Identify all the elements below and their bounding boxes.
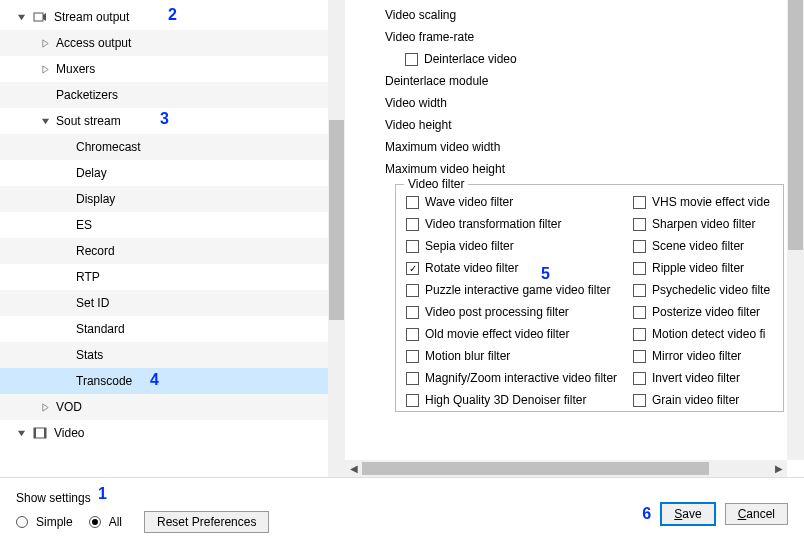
- filter-label: Scene video filter: [652, 239, 744, 253]
- tree-item-stream-output[interactable]: Stream output 2: [0, 4, 345, 30]
- tree-item-transcode[interactable]: Transcode 4: [0, 368, 345, 394]
- checkbox-icon: [633, 262, 646, 275]
- filter-checkbox[interactable]: Old movie effect video filter: [396, 323, 623, 345]
- checkbox-icon: [633, 350, 646, 363]
- filter-label: Psychedelic video filte: [652, 283, 770, 297]
- scrollbar-thumb[interactable]: [362, 462, 709, 475]
- filter-checkbox[interactable]: Video post processing filter: [396, 301, 623, 323]
- tree-item-rtp[interactable]: RTP: [0, 264, 345, 290]
- tree-item-access-output[interactable]: Access output: [0, 30, 345, 56]
- scrollbar-thumb[interactable]: [329, 120, 344, 320]
- filter-label: Grain video filter: [652, 393, 739, 407]
- label: Deinterlace module: [385, 74, 488, 88]
- save-button[interactable]: Save: [661, 503, 714, 525]
- settings-hscrollbar[interactable]: ◀ ▶: [345, 460, 787, 477]
- checkbox-icon: ✓: [406, 262, 419, 275]
- checkbox-icon: [633, 240, 646, 253]
- filter-checkbox[interactable]: Wave video filter: [396, 191, 623, 213]
- tree-item-display[interactable]: Display: [0, 186, 345, 212]
- tree-label: Chromecast: [76, 140, 345, 154]
- filter-checkbox[interactable]: Magnify/Zoom interactive video filter: [396, 367, 623, 389]
- filter-label: Rotate video filter: [425, 261, 518, 275]
- video-filter-fieldset: Video filter Wave video filterVideo tran…: [395, 184, 784, 412]
- filter-label: Sepia video filter: [425, 239, 514, 253]
- stream-output-icon: [32, 9, 48, 25]
- scroll-left-icon[interactable]: ◀: [345, 460, 362, 477]
- filter-checkbox[interactable]: Puzzle interactive game video filter: [396, 279, 623, 301]
- checkbox-icon: [633, 328, 646, 341]
- filter-checkbox[interactable]: Motion detect video fi: [623, 323, 783, 345]
- tree-item-chromecast[interactable]: Chromecast: [0, 134, 345, 160]
- label: Video height: [385, 118, 452, 132]
- tree-item-delay[interactable]: Delay: [0, 160, 345, 186]
- filter-label: Motion blur filter: [425, 349, 510, 363]
- tree-item-vod[interactable]: VOD: [0, 394, 345, 420]
- filter-checkbox[interactable]: Invert video filter: [623, 367, 783, 389]
- tree-label: Stream output: [54, 10, 345, 24]
- tree-label: Set ID: [76, 296, 345, 310]
- filter-checkbox[interactable]: Motion blur filter: [396, 345, 623, 367]
- reset-preferences-button[interactable]: Reset Preferences: [144, 511, 269, 533]
- svg-rect-0: [34, 13, 43, 21]
- settings-vscrollbar[interactable]: [787, 0, 804, 460]
- tree-item-standard[interactable]: Standard: [0, 316, 345, 342]
- checkbox-icon: [406, 372, 419, 385]
- filter-label: Ripple video filter: [652, 261, 744, 275]
- tree-label: VOD: [56, 400, 345, 414]
- filter-checkbox[interactable]: Grain video filter: [623, 389, 783, 411]
- video-icon: [32, 425, 48, 441]
- label: Maximum video height: [385, 162, 505, 176]
- tree-item-record[interactable]: Record: [0, 238, 345, 264]
- tree-item-es[interactable]: ES: [0, 212, 345, 238]
- filter-label: Invert video filter: [652, 371, 740, 385]
- filter-checkbox[interactable]: Sharpen video filter: [623, 213, 783, 235]
- bottom-bar: Show settings 1 Simple All Reset Prefere…: [0, 483, 804, 543]
- tree-label: ES: [76, 218, 345, 232]
- tree-item-sout-stream[interactable]: Sout stream 3: [0, 108, 345, 134]
- filter-checkbox[interactable]: Psychedelic video filte: [623, 279, 783, 301]
- tree-item-stats[interactable]: Stats: [0, 342, 345, 368]
- radio-all-label: All: [109, 515, 122, 529]
- filter-checkbox[interactable]: Video transformation filter: [396, 213, 623, 235]
- setting-video-width: Video width: [365, 92, 804, 114]
- filter-label: Video post processing filter: [425, 305, 569, 319]
- label: Video frame-rate: [385, 30, 474, 44]
- radio-simple-label: Simple: [36, 515, 73, 529]
- tree-scrollbar[interactable]: [328, 0, 345, 477]
- filter-checkbox[interactable]: VHS movie effect vide: [623, 191, 783, 213]
- annotation-6: 6: [642, 505, 651, 523]
- filter-label: Puzzle interactive game video filter: [425, 283, 610, 297]
- tree-item-set-id[interactable]: Set ID: [0, 290, 345, 316]
- tree-item-video[interactable]: Video: [0, 420, 345, 446]
- filter-checkbox[interactable]: Posterize video filter: [623, 301, 783, 323]
- checkbox-icon: [633, 394, 646, 407]
- scroll-right-icon[interactable]: ▶: [770, 460, 787, 477]
- checkbox-icon: [633, 218, 646, 231]
- filter-checkbox[interactable]: Ripple video filter: [623, 257, 783, 279]
- checkbox-deinterlace-video[interactable]: Deinterlace video: [365, 48, 804, 70]
- tree-label: Standard: [76, 322, 345, 336]
- tree-item-muxers[interactable]: Muxers: [0, 56, 345, 82]
- radio-simple[interactable]: [16, 516, 28, 528]
- radio-all[interactable]: [89, 516, 101, 528]
- filter-checkbox[interactable]: Scene video filter: [623, 235, 783, 257]
- fieldset-legend: Video filter: [404, 177, 468, 191]
- checkbox-icon: [633, 306, 646, 319]
- filter-label: Wave video filter: [425, 195, 513, 209]
- filter-checkbox[interactable]: Mirror video filter: [623, 345, 783, 367]
- checkbox-icon: [633, 196, 646, 209]
- setting-video-height: Video height: [365, 114, 804, 136]
- filter-checkbox[interactable]: ✓Rotate video filter: [396, 257, 623, 279]
- checkbox-icon: [406, 218, 419, 231]
- chevron-right-icon: [38, 36, 52, 50]
- filter-checkbox[interactable]: High Quality 3D Denoiser filter: [396, 389, 623, 411]
- label: Video scaling: [385, 8, 456, 22]
- tree-item-packetizers[interactable]: Packetizers: [0, 82, 345, 108]
- filter-checkbox[interactable]: Sepia video filter: [396, 235, 623, 257]
- scrollbar-thumb[interactable]: [788, 0, 803, 250]
- tree-label: Transcode: [76, 374, 345, 388]
- cancel-button[interactable]: Cancel: [725, 503, 788, 525]
- filter-label: Sharpen video filter: [652, 217, 755, 231]
- filter-label: Motion detect video fi: [652, 327, 765, 341]
- label: Video width: [385, 96, 447, 110]
